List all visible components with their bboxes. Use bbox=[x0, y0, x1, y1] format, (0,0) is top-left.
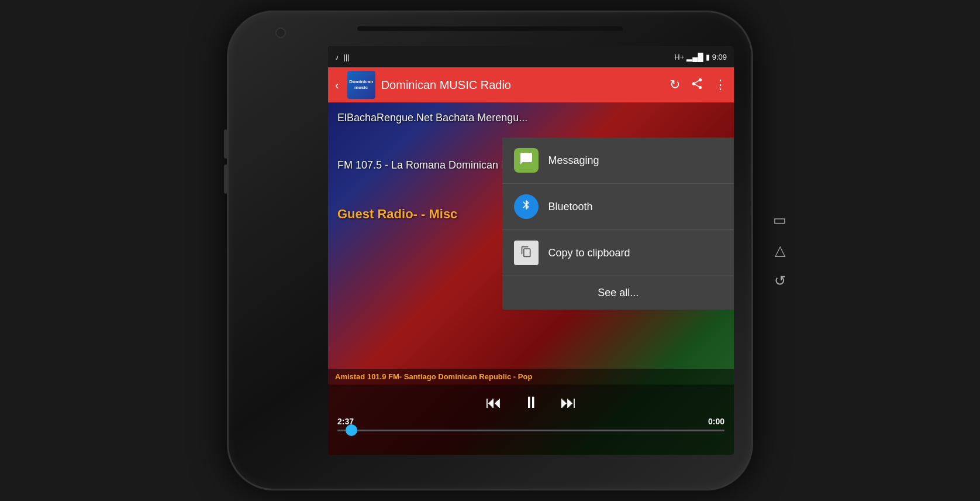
ticker-text: Amistad 101.9 FM- Santiago Dominican Rep… bbox=[335, 372, 532, 381]
more-options-icon[interactable]: ⋮ bbox=[714, 77, 727, 92]
app-title: Dominican MUSIC Radio bbox=[381, 78, 664, 92]
time-display: 2:37 0:00 bbox=[328, 417, 734, 426]
progress-bar[interactable] bbox=[337, 430, 724, 431]
ticker-bar: Amistad 101.9 FM- Santiago Dominican Rep… bbox=[328, 369, 734, 385]
clipboard-icon-symbol bbox=[520, 246, 532, 260]
refresh-icon[interactable]: ↻ bbox=[670, 77, 680, 92]
logo-text-1: Dominican bbox=[349, 79, 373, 85]
next-button[interactable]: ⏭ bbox=[560, 393, 577, 412]
bars-icon: ||| bbox=[344, 53, 350, 61]
pause-button[interactable]: ⏸ bbox=[523, 393, 539, 412]
share-icon[interactable] bbox=[691, 77, 703, 93]
prev-button[interactable]: ⏮ bbox=[485, 393, 502, 412]
speaker bbox=[357, 26, 623, 31]
phone-screen: ♪ ||| H+ ▂▄█ ▮ 9:09 ‹ Dominican music Do… bbox=[328, 46, 734, 455]
phone-device: ♪ ||| H+ ▂▄█ ▮ 9:09 ‹ Dominican music Do… bbox=[227, 11, 753, 490]
messaging-label: Messaging bbox=[548, 155, 599, 167]
network-type: H+ bbox=[674, 53, 684, 61]
clipboard-label: Copy to clipboard bbox=[548, 247, 630, 259]
nav-back-icon[interactable]: ↺ bbox=[774, 273, 786, 289]
clock: 9:09 bbox=[712, 53, 727, 61]
share-menu: Messaging Bluetooth Copy to clipboard bbox=[502, 138, 734, 310]
signal-bars: ▂▄█ bbox=[686, 53, 703, 61]
app-header: ‹ Dominican music Dominican MUSIC Radio … bbox=[328, 67, 734, 102]
share-menu-item-bluetooth[interactable]: Bluetooth bbox=[502, 184, 734, 230]
volume-up-button[interactable] bbox=[224, 129, 227, 159]
camera bbox=[275, 28, 286, 38]
status-left-icons: ♪ ||| bbox=[335, 53, 350, 61]
back-button[interactable]: ‹ bbox=[335, 78, 339, 92]
right-nav-buttons: ▭ △ ↺ bbox=[773, 212, 786, 289]
playback-controls: ⏮ ⏸ ⏭ bbox=[328, 385, 734, 417]
bluetooth-label: Bluetooth bbox=[548, 201, 592, 213]
main-content: ElBachaRengue.Net Bachata Merengu... FM … bbox=[328, 102, 734, 455]
volume-down-button[interactable] bbox=[224, 164, 227, 194]
status-right-icons: H+ ▂▄█ ▮ 9:09 bbox=[674, 53, 727, 61]
status-bar: ♪ ||| H+ ▂▄█ ▮ 9:09 bbox=[328, 46, 734, 67]
see-all-label: See all... bbox=[598, 287, 639, 299]
nav-recent-icon[interactable]: ▭ bbox=[773, 212, 786, 228]
nav-home-icon[interactable]: △ bbox=[775, 242, 785, 259]
share-menu-item-messaging[interactable]: Messaging bbox=[502, 138, 734, 184]
messaging-icon-symbol bbox=[519, 152, 533, 169]
logo-text-2: music bbox=[354, 85, 368, 91]
total-time: 0:00 bbox=[708, 417, 724, 426]
music-icon: ♪ bbox=[335, 53, 339, 61]
progress-indicator[interactable] bbox=[346, 424, 357, 436]
bluetooth-icon-symbol bbox=[520, 199, 532, 214]
messaging-icon bbox=[514, 148, 539, 173]
header-actions: ↻ ⋮ bbox=[670, 77, 727, 93]
share-menu-item-clipboard[interactable]: Copy to clipboard bbox=[502, 230, 734, 276]
bluetooth-icon bbox=[514, 194, 539, 219]
battery-icon: ▮ bbox=[706, 53, 710, 61]
player-controls: ⏮ ⏸ ⏭ 2:37 0:00 bbox=[328, 385, 734, 455]
clipboard-icon bbox=[514, 241, 539, 265]
app-logo: Dominican music bbox=[347, 71, 375, 99]
station-name: ElBachaRengue.Net Bachata Merengu... bbox=[337, 112, 570, 124]
see-all-item[interactable]: See all... bbox=[502, 276, 734, 310]
